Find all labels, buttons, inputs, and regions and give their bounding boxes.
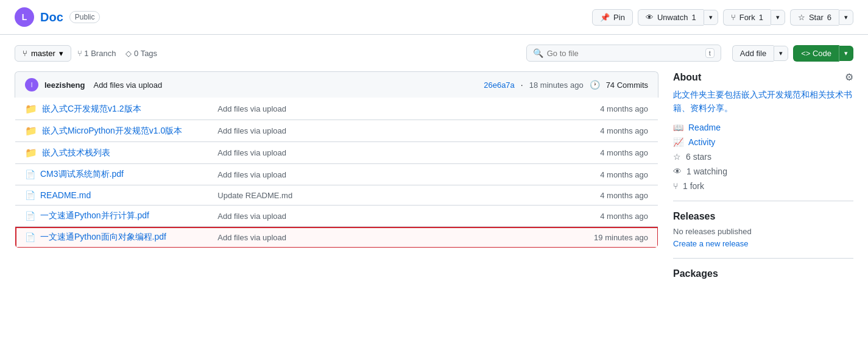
file-name: CM3调试系统简析.pdf	[40, 169, 124, 180]
file-commit-link[interactable]: Add files via upload	[217, 104, 286, 113]
visibility-badge: Public	[69, 11, 101, 23]
commit-msg-cell: Add files via upload	[208, 206, 460, 227]
star-count-icon: ☆	[673, 152, 681, 162]
commit-bar-right: 26e6a7a · 18 minutes ago 🕐 74 Commits	[484, 80, 648, 90]
commit-msg-cell: Add files via upload	[208, 227, 460, 248]
time-cell: 19 minutes ago	[460, 227, 658, 248]
activity-link[interactable]: Activity	[688, 137, 715, 147]
file-commit-link[interactable]: Add files via upload	[217, 148, 286, 157]
file-name: 嵌入式技术栈列表	[42, 148, 110, 159]
branch-selector[interactable]: ⑂ master ▾	[15, 45, 71, 62]
file-name-cell: 📄 一文速通Python并行计算.pdf	[15, 206, 208, 227]
branch-icon: ⑂	[23, 49, 27, 58]
file-icon: 📄	[25, 190, 35, 200]
file-link[interactable]: 📁 嵌入式MicroPython开发规范v1.0版本	[25, 125, 198, 137]
time-cell: 4 months ago	[460, 142, 658, 164]
fork-icon: ⑂	[731, 13, 736, 22]
commit-message: Add files via upload	[93, 80, 162, 90]
add-file-button[interactable]: Add file	[732, 45, 774, 62]
file-list-area: l leezisheng Add files via upload 26e6a7…	[15, 71, 658, 284]
fork-button[interactable]: ⑂ Fork 1	[723, 9, 771, 26]
divider-2	[673, 258, 853, 259]
file-link[interactable]: 📄 README.md	[25, 190, 198, 200]
file-commit-link[interactable]: Add files via upload	[217, 212, 286, 221]
readme-link[interactable]: Readme	[688, 123, 721, 132]
table-row: 📄 一文速通Python面向对象编程.pdf Add files via upl…	[15, 227, 658, 248]
time-cell: 4 months ago	[460, 120, 658, 142]
readme-item: 📖 Readme	[673, 123, 853, 132]
header-actions: 📌 Pin 👁 Unwatch 1 ▾ ⑂ Fork 1 ▾ ☆ Star 6	[592, 9, 853, 26]
repo-name[interactable]: Doc	[40, 10, 63, 24]
fork-meta-item: ⑂ 1 fork	[673, 181, 853, 191]
file-name-cell: 📄 CM3调试系统简析.pdf	[15, 164, 208, 185]
table-row: 📁 嵌入式MicroPython开发规范v1.0版本 Add files via…	[15, 120, 658, 142]
releases-section: Releases No releases published Create a …	[673, 211, 853, 248]
repo-title-area: L Doc Public	[15, 7, 100, 27]
unwatch-split-button: 👁 Unwatch 1 ▾	[638, 9, 718, 26]
unwatch-button[interactable]: 👁 Unwatch 1	[638, 9, 704, 26]
commits-count[interactable]: 74 Commits	[606, 80, 648, 90]
no-releases-text: No releases published	[673, 227, 853, 236]
folder-icon: 📁	[25, 147, 37, 159]
fork-count: 1 fork	[683, 181, 704, 191]
add-file-dropdown[interactable]: ▾	[774, 46, 788, 61]
commit-author[interactable]: leezisheng	[44, 80, 85, 90]
search-input[interactable]	[547, 49, 702, 58]
file-commit-link[interactable]: Add files via upload	[217, 170, 286, 179]
code-dropdown[interactable]: ▾	[839, 46, 853, 61]
create-release-link[interactable]: Create a new release	[673, 239, 749, 248]
file-icon: 📄	[25, 170, 35, 179]
commit-avatar: l	[25, 78, 38, 91]
code-button[interactable]: <> Code	[793, 45, 839, 62]
file-link[interactable]: 📄 一文速通Python并行计算.pdf	[25, 210, 198, 221]
fork-dropdown[interactable]: ▾	[771, 10, 785, 25]
file-link[interactable]: 📁 嵌入式技术栈列表	[25, 147, 198, 159]
file-name: 一文速通Python面向对象编程.pdf	[40, 232, 166, 243]
commit-msg-cell: Add files via upload	[208, 98, 460, 120]
branch-count-link[interactable]: ⑂ 1 Branch	[77, 49, 116, 58]
pin-button[interactable]: 📌 Pin	[592, 9, 633, 26]
commit-msg-cell: Add files via upload	[208, 142, 460, 164]
star-dropdown[interactable]: ▾	[839, 10, 853, 25]
file-commit-link[interactable]: Add files via upload	[217, 126, 286, 135]
repo-meta: ⑂ 1 Branch ◇ 0 Tags	[77, 49, 157, 58]
fork-count-icon: ⑂	[673, 181, 678, 191]
chevron-down-icon: ▾	[59, 49, 63, 58]
star-split-button: ☆ Star 6 ▾	[790, 9, 853, 26]
stars-count: 6 stars	[686, 152, 711, 162]
avatar: L	[15, 7, 34, 27]
main-content: l leezisheng Add files via upload 26e6a7…	[0, 71, 868, 284]
tag-icon: ◇	[125, 49, 132, 58]
file-name: README.md	[40, 190, 91, 200]
star-icon: ☆	[798, 13, 805, 22]
repo-header: L Doc Public 📌 Pin 👁 Unwatch 1 ▾ ⑂ Fork …	[0, 0, 868, 35]
file-commit-link[interactable]: Update README.md	[217, 191, 292, 200]
file-table: 📁 嵌入式C开发规范v1.2版本 Add files via upload 4 …	[15, 98, 658, 248]
file-link[interactable]: 📄 CM3调试系统简析.pdf	[25, 169, 198, 180]
code-split-button: <> Code ▾	[793, 45, 853, 62]
watching-item: 👁 1 watching	[673, 166, 853, 176]
activity-icon: 📈	[673, 137, 683, 147]
file-commit-link[interactable]: Add files via upload	[217, 233, 286, 242]
file-name-cell: 📁 嵌入式技术栈列表	[15, 142, 208, 164]
file-link[interactable]: 📁 嵌入式C开发规范v1.2版本	[25, 103, 198, 115]
about-meta: 📖 Readme 📈 Activity ☆ 6 stars 👁 1 watchi…	[673, 123, 853, 191]
unwatch-dropdown[interactable]: ▾	[704, 10, 718, 25]
eye-count-icon: 👁	[673, 166, 682, 176]
about-header: About ⚙	[673, 71, 853, 83]
file-name-cell: 📄 一文速通Python面向对象编程.pdf	[15, 227, 208, 248]
about-title: About	[673, 72, 701, 83]
tag-count-link[interactable]: ◇ 0 Tags	[125, 49, 157, 58]
stars-item: ☆ 6 stars	[673, 152, 853, 162]
file-link[interactable]: 📄 一文速通Python面向对象编程.pdf	[25, 232, 198, 243]
eye-icon: 👁	[646, 13, 654, 22]
go-to-file-search[interactable]: 🔍 t	[526, 45, 721, 62]
star-button[interactable]: ☆ Star 6	[790, 9, 839, 26]
pin-icon: 📌	[600, 13, 610, 22]
search-shortcut-badge: t	[705, 48, 715, 58]
commit-hash[interactable]: 26e6a7a	[484, 80, 515, 90]
file-icon: 📄	[25, 211, 35, 221]
clock-icon: 🕐	[590, 80, 600, 90]
packages-title: Packages	[673, 268, 853, 279]
settings-icon[interactable]: ⚙	[845, 71, 853, 83]
